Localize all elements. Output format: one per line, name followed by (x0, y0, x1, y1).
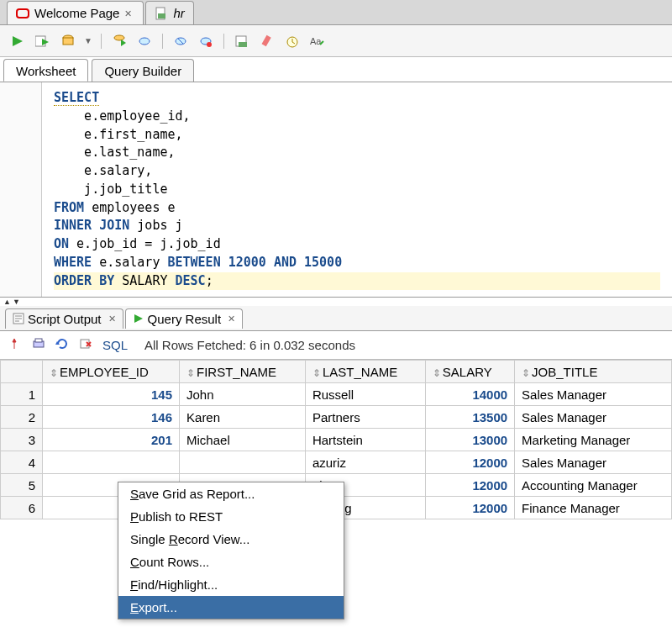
code-area[interactable]: SELECT e.employee_id, e.first_name, e.la… (42, 82, 672, 297)
cell-job-title[interactable]: Marketing Manager (515, 429, 672, 451)
row-number: 3 (1, 429, 43, 451)
cell-job-title[interactable]: Accounting Manager (515, 474, 672, 497)
print-icon[interactable] (32, 338, 47, 353)
tab-query-result[interactable]: Query Result ✕ (125, 308, 244, 329)
run-icon (133, 313, 144, 324)
svg-rect-2 (158, 13, 165, 18)
fetch-status: All Rows Fetched: 6 in 0.032 seconds (144, 338, 355, 352)
close-icon[interactable]: ✕ (108, 314, 116, 324)
context-menu-item[interactable]: Single Record View... (118, 528, 344, 551)
col-employee-id[interactable]: ⇕EMPLOYEE_ID (43, 361, 180, 383)
context-menu-item[interactable]: Find/Highlight... (118, 573, 344, 596)
rollback-icon[interactable] (171, 32, 190, 50)
col-salary[interactable]: ⇕SALARY (425, 361, 514, 383)
cell-job-title[interactable]: Sales Manager (515, 451, 672, 474)
run-icon[interactable] (8, 32, 27, 50)
row-number: 5 (1, 474, 43, 497)
cell-last-name[interactable]: Partners (305, 406, 425, 429)
tab-script-output[interactable]: Script Output ✕ (5, 308, 123, 329)
top-tabs: Welcome Page ✕ hr (0, 0, 672, 25)
cell-last-name[interactable]: Hartstein (305, 429, 425, 451)
context-menu-item[interactable]: Export... (118, 596, 344, 619)
svg-rect-0 (17, 9, 29, 18)
oracle-icon (16, 7, 29, 20)
cell-first-name[interactable]: John (180, 383, 306, 406)
cell-first-name[interactable] (180, 451, 306, 474)
cell-job-title[interactable]: Sales Manager (515, 383, 672, 406)
cell-first-name[interactable]: Michael (180, 429, 306, 451)
tab-label: hr (173, 6, 184, 20)
col-job-title[interactable]: ⇕JOB_TITLE (515, 361, 672, 383)
row-number: 1 (1, 383, 43, 406)
row-number: 6 (1, 497, 43, 519)
tab-label: Script Output (28, 312, 102, 326)
context-menu-item[interactable]: Save Grid as Report... (118, 482, 344, 505)
run-script-icon[interactable] (34, 32, 52, 50)
tab-query-builder[interactable]: Query Builder (92, 59, 194, 82)
cell-employee-id[interactable] (43, 451, 180, 474)
editor-gutter (0, 82, 42, 297)
cell-salary[interactable]: 12000 (425, 474, 514, 497)
rownum-header (1, 361, 43, 383)
explain-plan-icon[interactable] (59, 32, 77, 50)
tab-welcome[interactable]: Welcome Page ✕ (7, 1, 144, 24)
svg-rect-15 (239, 42, 247, 47)
worksheet-tabs: Worksheet Query Builder (0, 57, 672, 82)
result-toolbar: SQL All Rows Fetched: 6 in 0.032 seconds (0, 331, 672, 360)
cell-last-name[interactable]: azuriz (305, 451, 425, 474)
cell-salary[interactable]: 12000 (425, 451, 514, 474)
close-icon[interactable]: ✕ (124, 8, 134, 18)
cell-employee-id[interactable]: 201 (43, 429, 180, 451)
timing-icon[interactable] (283, 32, 302, 50)
delete-icon[interactable] (79, 338, 94, 353)
cell-salary[interactable]: 12000 (425, 497, 514, 519)
svg-rect-7 (63, 38, 73, 45)
context-menu-item[interactable]: Count Rows... (118, 551, 344, 573)
cell-employee-id[interactable]: 146 (43, 406, 180, 429)
tab-label: Query Result (148, 312, 222, 326)
context-menu-item[interactable]: Publish to REST (118, 505, 344, 528)
svg-marker-3 (13, 36, 23, 46)
cell-salary[interactable]: 13500 (425, 406, 514, 429)
row-number: 2 (1, 406, 43, 429)
column-sort-icon: ⇕ (522, 367, 530, 379)
svg-point-8 (114, 35, 124, 40)
cell-job-title[interactable]: Finance Manager (515, 497, 672, 519)
tab-hr[interactable]: hr (145, 1, 193, 24)
col-last-name[interactable]: ⇕LAST_NAME (305, 361, 425, 383)
col-first-name[interactable]: ⇕FIRST_NAME (180, 361, 306, 383)
context-menu: Save Grid as Report...Publish to RESTSin… (118, 482, 344, 619)
row-number: 4 (1, 451, 43, 474)
svg-point-13 (207, 42, 212, 47)
svg-rect-16 (261, 34, 270, 45)
cell-employee-id[interactable]: 145 (43, 383, 180, 406)
cell-salary[interactable]: 13000 (425, 429, 514, 451)
autotrace-icon[interactable] (110, 32, 129, 50)
close-icon[interactable]: ✕ (228, 314, 235, 324)
splitter[interactable]: ▲▼ (0, 298, 672, 306)
clear-icon[interactable] (258, 32, 276, 50)
column-sort-icon: ⇕ (50, 367, 58, 379)
sql-link[interactable]: SQL (102, 338, 128, 352)
cell-first-name[interactable]: Karen (180, 406, 306, 429)
cell-job-title[interactable]: Sales Manager (515, 406, 672, 429)
pin-icon[interactable] (8, 338, 24, 353)
sql-editor[interactable]: SELECT e.employee_id, e.first_name, e.la… (0, 82, 672, 298)
cell-salary[interactable]: 14000 (425, 383, 514, 406)
table-row[interactable]: 1145JohnRussell14000Sales Manager (1, 383, 672, 406)
tab-worksheet[interactable]: Worksheet (3, 59, 88, 82)
sql-history-icon[interactable] (233, 32, 251, 50)
unshared-icon[interactable] (197, 32, 215, 50)
table-row[interactable]: 4azuriz12000Sales Manager (1, 451, 672, 474)
table-row[interactable]: 2146KarenPartners13500Sales Manager (1, 406, 672, 429)
case-icon[interactable]: Aa (308, 32, 327, 50)
svg-text:Aa: Aa (310, 36, 322, 46)
svg-marker-20 (134, 314, 143, 323)
dropdown-arrow-icon[interactable]: ▼ (84, 36, 92, 45)
column-sort-icon: ⇕ (433, 367, 441, 379)
table-row[interactable]: 3201MichaelHartstein13000Marketing Manag… (1, 429, 672, 451)
refresh-icon[interactable] (55, 338, 71, 353)
cell-last-name[interactable]: Russell (305, 383, 425, 406)
commit-icon[interactable] (135, 32, 154, 50)
header-row: ⇕EMPLOYEE_ID ⇕FIRST_NAME ⇕LAST_NAME ⇕SAL… (1, 361, 672, 383)
